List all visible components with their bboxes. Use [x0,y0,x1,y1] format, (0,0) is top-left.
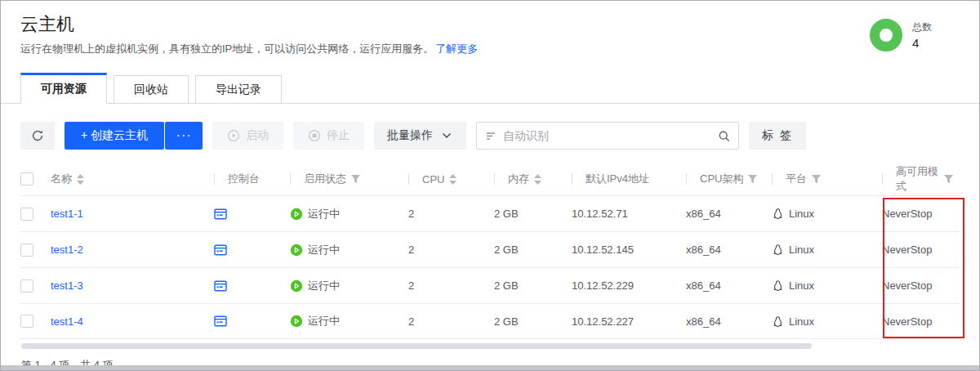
donut-chart [870,19,902,51]
vm-name-link[interactable]: test1-1 [51,208,83,220]
filter-funnel-icon[interactable] [944,175,953,184]
console-button[interactable] [214,208,227,221]
column-header-console: 控制台 [214,172,290,186]
ipv4-cell: 10.12.52.229 [572,279,686,292]
tab-available-resources[interactable]: 可用资源 [20,73,107,104]
arch-cell: x86_64 [686,315,772,328]
arch-cell: x86_64 [686,279,772,292]
tab-export-records[interactable]: 导出记录 [195,75,282,104]
column-header-ipv4: 默认IPv4地址 [572,172,686,186]
cpu-cell: 2 [408,315,494,328]
sort-icon[interactable] [77,174,84,185]
status-label: 运行中 [308,207,340,221]
filter-lines-icon [485,130,497,142]
stop-button-label: 停止 [327,128,350,143]
tab-recycle-bin[interactable]: 回收站 [114,75,189,104]
row-checkbox[interactable] [20,315,33,328]
tab-bar: 可用资源 回收站 导出记录 [1,73,979,104]
console-icon [214,315,227,328]
search-box [476,122,739,150]
batch-actions-dropdown[interactable]: 批量操作 [374,122,466,150]
table-header-row: 名称 控制台 启用状态 CPU 内存 默认IPv4地址 CPU架 [20,163,960,195]
page-description-text: 运行在物理机上的虚拟机实例，具有独立的IP地址，可以访问公共网络，运行应用服务。 [20,42,434,55]
vm-name-link[interactable]: test1-2 [51,244,83,256]
column-header-name: 名称 [51,172,214,186]
status-label: 运行中 [308,243,340,257]
console-icon [214,279,227,293]
filter-funnel-icon[interactable] [812,175,821,184]
console-button[interactable] [214,244,227,257]
running-status-icon [290,244,303,257]
total-label: 总数 [912,20,932,34]
search-icon[interactable] [718,130,730,142]
page-title: 云主机 [20,12,960,37]
stop-button[interactable]: 停止 [293,122,364,150]
cpu-cell: 2 [408,279,494,292]
more-actions-button[interactable]: ··· [165,122,203,150]
arch-cell: x86_64 [686,244,772,256]
toolbar: + 创建云主机 ··· 启动 停止 批量操作 标 签 [20,122,960,150]
create-vm-button[interactable]: + 创建云主机 [65,122,164,150]
memory-cell: 2 GB [494,315,572,328]
row-checkbox[interactable] [20,244,33,257]
column-header-memory: 内存 [494,172,572,186]
row-checkbox[interactable] [20,279,33,293]
sort-icon[interactable] [449,174,457,185]
ipv4-cell: 10.12.52.227 [572,315,686,328]
running-status-icon [290,279,303,293]
table-body: test1-1 运行中 2 2 GB 10.12.52.71 x86_64 Li… [20,195,960,339]
column-header-platform: 平台 [772,172,882,186]
page-header: 云主机 运行在物理机上的虚拟机实例，具有独立的IP地址，可以访问公共网络，运行应… [1,1,979,56]
console-button[interactable] [214,315,227,328]
chevron-down-icon [440,129,453,142]
platform-label: Linux [789,279,814,292]
status-label: 运行中 [308,314,340,329]
app-window: 云主机 运行在物理机上的虚拟机实例，具有独立的IP地址，可以访问公共网络，运行应… [0,0,980,371]
refresh-button[interactable] [20,122,55,150]
row-checkbox[interactable] [20,208,33,221]
arch-cell: x86_64 [686,208,772,220]
linux-penguin-icon [772,208,784,220]
select-all-checkbox[interactable] [20,172,33,186]
start-button-label: 启动 [246,128,269,143]
window-bottom-edge [1,365,979,370]
platform-cell: Linux [772,208,882,220]
status-cell: 运行中 [290,279,408,293]
ha-mode-cell: NeverStop [882,244,960,256]
learn-more-link[interactable]: 了解更多 [435,42,478,55]
memory-cell: 2 GB [494,208,572,220]
column-header-ha-mode: 高可用模式 [882,164,960,194]
tag-button[interactable]: 标 签 [749,122,806,150]
stop-circle-icon [308,129,321,142]
status-cell: 运行中 [290,314,408,329]
ipv4-cell: 10.12.52.71 [572,208,686,220]
page-description: 运行在物理机上的虚拟机实例，具有独立的IP地址，可以访问公共网络，运行应用服务。… [20,42,960,56]
table-row: test1-4 运行中 2 2 GB 10.12.52.227 x86_64 L… [20,303,960,339]
ipv4-cell: 10.12.52.145 [572,244,686,256]
vm-name-link[interactable]: test1-4 [51,315,83,328]
create-button-group: + 创建云主机 ··· [65,122,203,150]
total-value: 4 [912,36,932,50]
platform-label: Linux [789,208,814,220]
console-button[interactable] [214,279,227,293]
sort-icon[interactable] [534,174,541,185]
filter-funnel-icon[interactable] [351,175,360,184]
start-button[interactable]: 启动 [212,122,283,150]
ha-mode-cell: NeverStop [882,279,960,292]
status-cell: 运行中 [290,243,408,257]
console-icon [214,208,227,221]
memory-cell: 2 GB [494,279,572,292]
vm-name-link[interactable]: test1-3 [51,279,83,292]
filter-funnel-icon[interactable] [748,175,757,184]
horizontal-scrollbar-thumb[interactable] [21,343,812,349]
running-status-icon [290,315,303,328]
memory-cell: 2 GB [494,244,572,256]
play-circle-icon [227,129,240,142]
platform-cell: Linux [772,244,882,256]
search-input[interactable] [503,129,711,142]
total-summary: 总数 4 [870,19,932,51]
running-status-icon [290,208,303,221]
linux-penguin-icon [772,244,784,256]
column-header-arch: CPU架构 [686,172,772,186]
platform-label: Linux [789,315,814,328]
